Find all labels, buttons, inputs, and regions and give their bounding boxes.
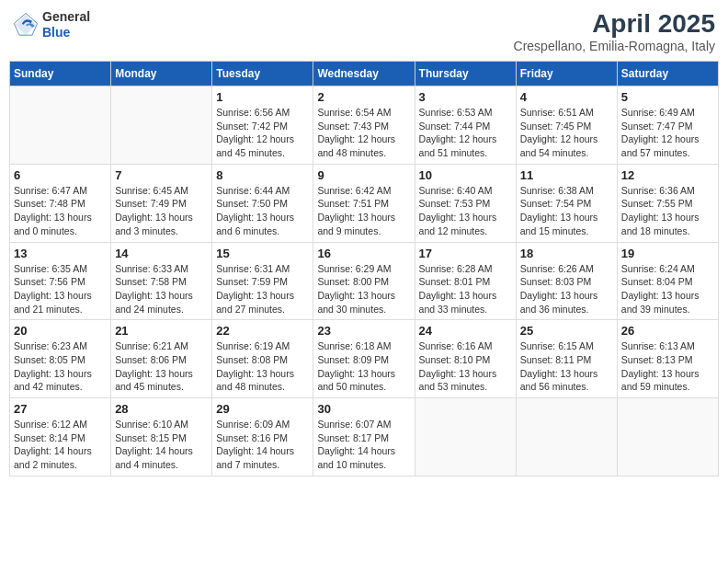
calendar-cell: 1Sunrise: 6:56 AMSunset: 7:42 PMDaylight… (212, 86, 313, 165)
logo-general-text: General (42, 9, 90, 25)
weekday-header-wednesday: Wednesday (313, 62, 415, 86)
sunrise: Sunrise: 6:38 AM (520, 185, 594, 196)
day-number: 15 (216, 247, 309, 260)
calendar-cell: 3Sunrise: 6:53 AMSunset: 7:44 PMDaylight… (415, 86, 516, 165)
day-number: 16 (317, 247, 410, 260)
sunrise: Sunrise: 6:18 AM (317, 340, 391, 351)
sunset: Sunset: 7:43 PM (317, 121, 389, 132)
sunset: Sunset: 7:58 PM (115, 276, 187, 287)
sunrise: Sunrise: 6:24 AM (621, 263, 695, 274)
calendar-cell: 16Sunrise: 6:29 AMSunset: 8:00 PMDayligh… (313, 242, 415, 320)
day-info: Sunrise: 6:42 AMSunset: 7:51 PMDaylight:… (317, 184, 410, 238)
calendar-cell: 24Sunrise: 6:16 AMSunset: 8:10 PMDayligh… (415, 320, 516, 398)
daylight: Daylight: 13 hours and 39 minutes. (621, 290, 700, 315)
daylight: Daylight: 12 hours and 54 minutes. (520, 133, 598, 158)
calendar-cell: 22Sunrise: 6:19 AMSunset: 8:08 PMDayligh… (212, 320, 313, 398)
day-number: 1 (216, 90, 309, 104)
day-info: Sunrise: 6:33 AMSunset: 7:58 PMDaylight:… (115, 262, 208, 316)
calendar-cell (516, 398, 617, 477)
sunset: Sunset: 8:15 PM (115, 432, 187, 443)
daylight: Daylight: 13 hours and 0 minutes. (14, 212, 92, 236)
calendar-cell (10, 86, 111, 165)
day-info: Sunrise: 6:26 AMSunset: 8:03 PMDaylight:… (520, 262, 613, 316)
sunrise: Sunrise: 6:26 AM (520, 263, 594, 274)
sunrise: Sunrise: 6:56 AM (216, 107, 290, 118)
day-number: 10 (419, 168, 512, 182)
daylight: Daylight: 12 hours and 57 minutes. (621, 133, 700, 158)
day-info: Sunrise: 6:18 AMSunset: 8:09 PMDaylight:… (317, 339, 410, 394)
sunrise: Sunrise: 6:23 AM (14, 340, 87, 351)
sunset: Sunset: 8:08 PM (216, 354, 288, 365)
sunrise: Sunrise: 6:51 AM (520, 107, 594, 118)
sunrise: Sunrise: 6:42 AM (317, 185, 391, 196)
calendar-title: April 2025 (514, 9, 715, 39)
sunset: Sunset: 7:51 PM (317, 198, 389, 209)
sunrise: Sunrise: 6:35 AM (14, 263, 87, 274)
daylight: Daylight: 14 hours and 2 minutes. (14, 445, 92, 470)
sunrise: Sunrise: 6:09 AM (216, 419, 290, 430)
calendar-week-row: 20Sunrise: 6:23 AMSunset: 8:05 PMDayligh… (10, 320, 719, 398)
sunrise: Sunrise: 6:53 AM (419, 107, 493, 118)
daylight: Daylight: 13 hours and 24 minutes. (115, 290, 193, 315)
day-number: 23 (317, 324, 410, 338)
daylight: Daylight: 13 hours and 48 minutes. (216, 368, 294, 393)
day-info: Sunrise: 6:40 AMSunset: 7:53 PMDaylight:… (419, 184, 512, 238)
day-number: 19 (621, 247, 714, 260)
daylight: Daylight: 14 hours and 7 minutes. (216, 445, 294, 470)
day-info: Sunrise: 6:51 AMSunset: 7:45 PMDaylight:… (520, 106, 613, 160)
logo-blue-text: Blue (42, 25, 90, 40)
daylight: Daylight: 13 hours and 6 minutes. (216, 212, 294, 236)
sunrise: Sunrise: 6:07 AM (317, 419, 391, 430)
calendar-cell: 6Sunrise: 6:47 AMSunset: 7:48 PMDaylight… (10, 164, 111, 242)
daylight: Daylight: 13 hours and 53 minutes. (419, 368, 497, 393)
day-number: 22 (216, 324, 309, 338)
weekday-header-row: SundayMondayTuesdayWednesdayThursdayFrid… (10, 62, 719, 86)
day-number: 25 (520, 324, 613, 338)
weekday-header-sunday: Sunday (10, 62, 111, 86)
sunset: Sunset: 8:03 PM (520, 276, 592, 287)
sunrise: Sunrise: 6:45 AM (115, 185, 188, 196)
day-number: 6 (14, 168, 107, 182)
day-info: Sunrise: 6:21 AMSunset: 8:06 PMDaylight:… (115, 339, 208, 394)
calendar-week-row: 1Sunrise: 6:56 AMSunset: 7:42 PMDaylight… (10, 86, 719, 165)
day-number: 26 (621, 324, 714, 338)
day-info: Sunrise: 6:15 AMSunset: 8:11 PMDaylight:… (520, 339, 613, 394)
calendar-cell (617, 398, 718, 477)
calendar-cell: 25Sunrise: 6:15 AMSunset: 8:11 PMDayligh… (516, 320, 617, 398)
day-number: 13 (14, 247, 107, 260)
calendar-cell: 19Sunrise: 6:24 AMSunset: 8:04 PMDayligh… (617, 242, 718, 320)
day-number: 14 (115, 247, 208, 260)
calendar-cell: 15Sunrise: 6:31 AMSunset: 7:59 PMDayligh… (212, 242, 313, 320)
calendar-week-row: 13Sunrise: 6:35 AMSunset: 7:56 PMDayligh… (10, 242, 719, 320)
sunset: Sunset: 7:59 PM (216, 276, 288, 287)
calendar-cell (415, 398, 516, 477)
sunset: Sunset: 7:55 PM (621, 198, 693, 209)
page-header: General Blue April 2025 Crespellano, Emi… (9, 9, 719, 53)
day-number: 18 (520, 247, 613, 260)
daylight: Daylight: 14 hours and 10 minutes. (317, 445, 395, 470)
sunset: Sunset: 7:47 PM (621, 121, 693, 132)
sunrise: Sunrise: 6:28 AM (419, 263, 493, 274)
day-number: 11 (520, 168, 613, 182)
sunset: Sunset: 7:56 PM (14, 276, 85, 287)
day-info: Sunrise: 6:10 AMSunset: 8:15 PMDaylight:… (115, 418, 208, 472)
daylight: Daylight: 13 hours and 3 minutes. (115, 212, 193, 236)
sunset: Sunset: 8:10 PM (419, 354, 491, 365)
sunset: Sunset: 7:45 PM (520, 121, 592, 132)
day-info: Sunrise: 6:12 AMSunset: 8:14 PMDaylight:… (14, 418, 107, 472)
calendar-cell: 30Sunrise: 6:07 AMSunset: 8:17 PMDayligh… (313, 398, 415, 477)
daylight: Daylight: 14 hours and 4 minutes. (115, 445, 193, 470)
calendar-week-row: 6Sunrise: 6:47 AMSunset: 7:48 PMDaylight… (10, 164, 719, 242)
sunrise: Sunrise: 6:33 AM (115, 263, 188, 274)
calendar-subtitle: Crespellano, Emilia-Romagna, Italy (514, 39, 715, 53)
calendar-cell: 13Sunrise: 6:35 AMSunset: 7:56 PMDayligh… (10, 242, 111, 320)
day-info: Sunrise: 6:35 AMSunset: 7:56 PMDaylight:… (14, 262, 107, 316)
sunset: Sunset: 7:54 PM (520, 198, 592, 209)
sunset: Sunset: 8:01 PM (419, 276, 491, 287)
daylight: Daylight: 12 hours and 45 minutes. (216, 133, 294, 158)
sunset: Sunset: 7:44 PM (419, 121, 491, 132)
day-number: 30 (317, 402, 410, 416)
calendar-cell: 20Sunrise: 6:23 AMSunset: 8:05 PMDayligh… (10, 320, 111, 398)
day-number: 5 (621, 90, 714, 104)
sunset: Sunset: 7:50 PM (216, 198, 288, 209)
